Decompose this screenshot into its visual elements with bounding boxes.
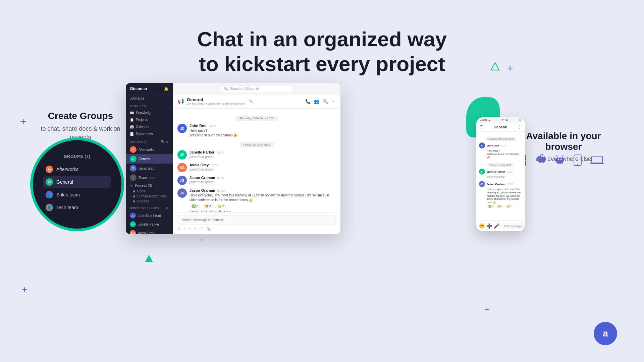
mobile-add-icon[interactable]: ➕ bbox=[486, 223, 492, 229]
deco-triangle-bottom bbox=[144, 254, 154, 265]
mobile-avatar-john: JD bbox=[479, 142, 485, 148]
reaction-thumbs[interactable]: 👍 2 bbox=[215, 204, 226, 208]
msg-avatar-janelle: JP bbox=[177, 150, 187, 160]
mobile-emoji-icon[interactable]: 😊 bbox=[479, 223, 485, 229]
svg-line-11 bbox=[562, 156, 563, 157]
reaction-smile[interactable]: 😊 3 bbox=[203, 204, 214, 208]
sidebar-item-calendar[interactable]: 📅 Calendar bbox=[126, 123, 173, 130]
message-jason-long: JG Jason Graham 09:32 Hello everyone, le… bbox=[177, 188, 336, 212]
group-sidebar-hr[interactable]: Human Ressources bbox=[126, 194, 173, 199]
add-group-icon[interactable]: ⊕ bbox=[166, 140, 169, 143]
sub-group-dot bbox=[133, 190, 135, 192]
documents-icon: 📄 bbox=[130, 132, 134, 136]
groups-actions: 🔍 ⊕ bbox=[161, 140, 169, 143]
svg-marker-1 bbox=[145, 255, 153, 262]
groups-circle-title: GROUPS (7) bbox=[43, 154, 111, 159]
deco-plus-bottom-mid: + bbox=[484, 304, 490, 315]
chat-header-left: 📢 General We talk about subjects for all… bbox=[177, 97, 253, 106]
list-icon[interactable]: ≡ bbox=[194, 227, 196, 231]
platform-icons bbox=[515, 154, 604, 169]
mobile-screenshot: Orange 🔒 11:04 🔋 ☰ General ⋮ Thursday 30… bbox=[476, 117, 525, 231]
mobile-menu-icon[interactable]: ☰ bbox=[480, 125, 483, 129]
group-sidebar-tech[interactable]: T Team team bbox=[126, 173, 173, 182]
strikethrough-icon[interactable]: S bbox=[188, 227, 191, 231]
hero-title-line2: to kickstart every project bbox=[197, 52, 447, 76]
dm-avatar-janelle: JP bbox=[130, 221, 136, 227]
ordered-list-icon[interactable]: ☰ bbox=[200, 227, 203, 231]
svg-rect-7 bbox=[556, 158, 563, 164]
group-sidebar-codir[interactable]: Codir bbox=[126, 189, 173, 194]
laptop-icon bbox=[590, 155, 604, 168]
group-avatar-general: 🏠 bbox=[46, 178, 53, 186]
mobile-battery: 🔋 bbox=[519, 119, 522, 121]
mobile-msg-janelle: JP Janelle Parker 09:29 joined the group bbox=[479, 169, 522, 179]
chat-area: 🔍 Search in Gteam.io 📢 General We talk a… bbox=[173, 83, 340, 234]
edit-icon[interactable]: ✏️ bbox=[249, 100, 253, 103]
phone-icon[interactable]: 📞 bbox=[305, 99, 311, 104]
deco-triangle-top-right bbox=[490, 62, 500, 73]
sidebar-item-projects[interactable]: 📋 Projects bbox=[126, 116, 173, 123]
reaction-check[interactable]: ✅ 3 bbox=[190, 204, 201, 208]
attachment-icon[interactable]: 📎 bbox=[206, 227, 211, 231]
search-chat-icon[interactable]: 🔍 bbox=[323, 99, 328, 104]
chat-toolbar: B I S ≡ ☰ 📎 bbox=[177, 227, 336, 231]
message-john-doe: JD John Doe 16:42 Hello guys ! Welcome i… bbox=[177, 124, 336, 138]
search-placeholder: Search in Gteam.io bbox=[230, 87, 259, 90]
deco-plus-top-right: + bbox=[507, 62, 513, 74]
svg-point-6 bbox=[541, 154, 543, 156]
search-groups-icon[interactable]: 🔍 bbox=[161, 140, 165, 143]
group-avatar-tech: 👤 bbox=[46, 204, 53, 211]
mobile-chat-input[interactable] bbox=[501, 223, 525, 229]
group-sidebar-afterworks[interactable]: A Afterworks bbox=[126, 145, 173, 154]
desktop-screenshot: Gteam.io 🔔 John Doe MODULES 📖 Knowledge … bbox=[126, 83, 340, 234]
calendar-icon: 📅 bbox=[130, 125, 134, 129]
group-sidebar-process[interactable]: ▼ Process (3) bbox=[126, 182, 173, 189]
notification-icon[interactable]: 🔔 bbox=[164, 87, 169, 91]
left-section: Create Groups to chat, share docs & work… bbox=[30, 111, 131, 141]
bold-icon[interactable]: B bbox=[178, 227, 180, 231]
user-name: John Doe bbox=[126, 95, 173, 102]
mobile-date-2: Friday 1st July 2022 bbox=[479, 161, 522, 167]
group-sidebar-general[interactable]: G General bbox=[126, 154, 173, 164]
dm-janelle[interactable]: JP Janelle Parker bbox=[126, 220, 173, 229]
mobile-input-area: 😊 ➕ 🎤 ↑ bbox=[476, 220, 525, 231]
group-general: 🏠 General bbox=[43, 176, 111, 188]
svg-rect-17 bbox=[592, 157, 602, 162]
group-avatar-sales: 👥 bbox=[46, 191, 53, 198]
msg-avatar-john: JD bbox=[177, 124, 187, 133]
channel-info: General We talk about subjects for all t… bbox=[187, 97, 247, 106]
svg-line-10 bbox=[556, 156, 557, 157]
group-sidebar-reports[interactable]: Reports bbox=[126, 199, 173, 204]
dm-john-doe[interactable]: JD John Doe (You) bbox=[126, 211, 173, 220]
dm-alicia[interactable]: AG Alicia Grey bbox=[126, 229, 173, 234]
channel-description: We talk about subjects for all the team … bbox=[187, 102, 247, 106]
groups-section-header: GROUPS (7) 🔍 ⊕ bbox=[126, 137, 173, 145]
reply-info[interactable]: 1 reply Last reply an hour ago bbox=[190, 210, 336, 212]
sidebar-item-knowledge[interactable]: 📖 Knowledge bbox=[126, 109, 173, 116]
group-sidebar-sales[interactable]: S Sales team bbox=[126, 164, 173, 173]
svg-point-15 bbox=[577, 164, 578, 165]
chat-input[interactable] bbox=[177, 215, 336, 225]
message-jason-joined: JG Jason Graham 09:32 joined the group bbox=[177, 176, 336, 185]
apple-icon bbox=[535, 154, 546, 169]
mobile-icon bbox=[573, 154, 582, 169]
mobile-more-icon[interactable]: ⋮ bbox=[518, 125, 522, 129]
hero-title: Chat in an organized way to kickstart ev… bbox=[197, 27, 447, 77]
deco-plus-bottom-left: + bbox=[22, 284, 27, 295]
mobile-status-bar: Orange 🔒 11:04 🔋 bbox=[476, 117, 525, 123]
svg-point-8 bbox=[558, 159, 559, 160]
mobile-mic-icon[interactable]: 🎤 bbox=[494, 223, 499, 229]
search-bar[interactable]: 🔍 Search in Gteam.io bbox=[220, 85, 293, 92]
mobile-avatar-jason: JG bbox=[479, 181, 485, 187]
more-icon[interactable]: ⋯ bbox=[331, 99, 336, 104]
sidebar: Gteam.io 🔔 John Doe MODULES 📖 Knowledge … bbox=[126, 83, 173, 234]
video-icon[interactable]: 👥 bbox=[314, 99, 319, 104]
add-dm-icon[interactable]: ⊕ bbox=[166, 206, 169, 210]
sidebar-header: Gteam.io 🔔 bbox=[126, 83, 173, 95]
group-dot-general: G bbox=[130, 156, 137, 162]
sidebar-item-documents[interactable]: 📄 Documents bbox=[126, 130, 173, 137]
group-sales: 👥 Sales team bbox=[43, 189, 111, 200]
message-reactions: ✅ 3 😊 3 👍 2 bbox=[190, 204, 336, 208]
msg-content-john: John Doe 16:42 Hello guys ! Welcome in o… bbox=[190, 124, 237, 138]
italic-icon[interactable]: I bbox=[184, 227, 185, 231]
